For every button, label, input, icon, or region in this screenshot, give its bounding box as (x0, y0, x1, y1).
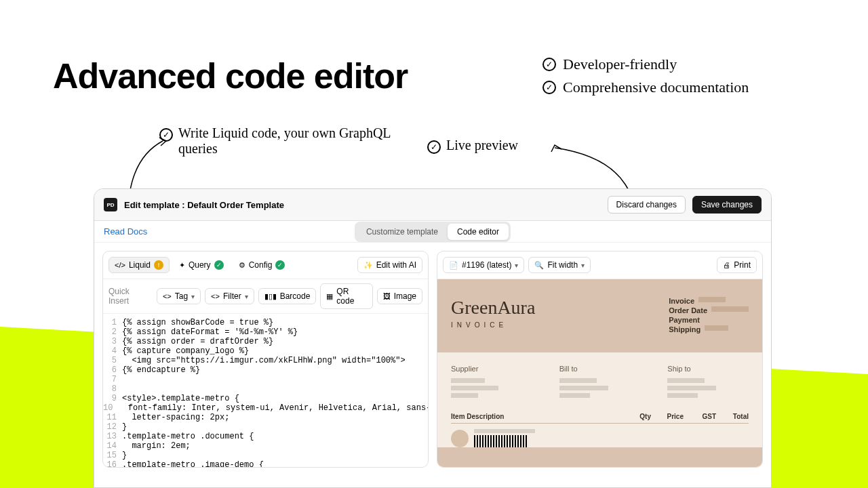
check-icon: ✓ (159, 128, 173, 142)
edit-with-ai-button[interactable]: ✨Edit with AI (357, 257, 422, 273)
query-tab[interactable]: ✦Query✓ (174, 258, 229, 272)
shipto-column: Ship to (667, 365, 749, 401)
items-table: Item Description Qty Price GST Total (437, 413, 762, 447)
brand-subtitle: INVOICE (451, 321, 535, 329)
preview-document: GreenAura INVOICE Invoice Order Date Pay… (437, 279, 762, 467)
insert-image-button[interactable]: 🖼Image (377, 288, 422, 304)
insert-qr-button[interactable]: ▦QR code (320, 283, 372, 309)
config-tab[interactable]: ⚙Config✓ (233, 258, 291, 272)
check-dot-icon: ✓ (275, 260, 285, 270)
code-icon: <> (211, 292, 220, 300)
billto-column: Bill to (559, 365, 641, 401)
code-icon: <> (163, 292, 172, 300)
product-image (451, 430, 469, 447)
quick-insert-label: Quick Insert (108, 287, 150, 306)
titlebar: PD Edit template : Default Order Templat… (94, 189, 771, 221)
tabbar: Read Docs Customize template Code editor (94, 221, 771, 243)
check-dot-icon: ✓ (214, 260, 224, 270)
editor-pane: </>Liquid! ✦Query✓ ⚙Config✓ ✨Edit with A… (102, 251, 429, 468)
qr-icon: ▦ (326, 292, 333, 301)
discard-button[interactable]: Discard changes (608, 196, 686, 214)
insert-tag-button[interactable]: <>Tag▾ (157, 288, 201, 304)
view-segmented-control: Customize template Code editor (355, 222, 511, 242)
print-icon: 🖨 (723, 261, 730, 269)
page-heading: Advanced code editor (53, 56, 408, 96)
annotation-liquid: ✓ Write Liquid code, your own GraphQL qu… (159, 125, 417, 157)
insert-filter-button[interactable]: <>Filter▾ (205, 288, 254, 304)
config-icon: ⚙ (239, 261, 245, 270)
tab-customize[interactable]: Customize template (357, 224, 448, 240)
app-window: PD Edit template : Default Order Templat… (94, 188, 772, 488)
barcode-icon: ▮▯▮ (264, 292, 277, 301)
chevron-down-icon: ▾ (191, 293, 195, 300)
sparkle-icon: ✦ (179, 261, 185, 270)
chevron-down-icon: ▾ (245, 293, 248, 300)
image-icon: 🖼 (383, 292, 391, 300)
invoice-meta: Invoice Order Date Payment Shipping (669, 297, 749, 335)
insert-barcode-button[interactable]: ▮▯▮Barcode (258, 288, 317, 304)
window-title: Edit template : Default Order Template (124, 200, 601, 210)
check-icon: ✓ (427, 140, 441, 154)
wand-icon: ✨ (363, 261, 373, 270)
check-icon: ✓ (542, 58, 556, 71)
chevron-down-icon: ▾ (515, 262, 518, 269)
tab-code-editor[interactable]: Code editor (448, 224, 509, 240)
table-row (451, 424, 749, 447)
liquid-tab[interactable]: </>Liquid! (108, 257, 170, 273)
app-icon: PD (104, 198, 117, 211)
feature-bullets: ✓Developer-friendly ✓Comprehensive docum… (542, 56, 749, 102)
brand-name: GreenAura (451, 297, 535, 319)
supplier-column: Supplier (451, 365, 532, 401)
save-button[interactable]: Save changes (692, 196, 762, 214)
annotation-preview: ✓ Live preview (427, 138, 518, 154)
chevron-down-icon: ▾ (581, 262, 585, 269)
code-icon: </> (115, 261, 125, 269)
barcode-icon (474, 435, 528, 447)
check-icon: ✓ (542, 81, 556, 94)
order-selector[interactable]: 📄#1196 (latest)▾ (443, 257, 524, 273)
code-editor[interactable]: 1{% assign showBarCode = true %}2{% assi… (103, 314, 428, 467)
print-button[interactable]: 🖨Print (717, 257, 757, 273)
search-icon: 🔍 (534, 261, 544, 270)
read-docs-link[interactable]: Read Docs (104, 226, 147, 237)
page-icon: 📄 (449, 261, 458, 270)
preview-pane: 📄#1196 (latest)▾ 🔍Fit width▾ 🖨Print Gree… (437, 251, 763, 468)
warning-dot-icon: ! (154, 260, 163, 270)
zoom-selector[interactable]: 🔍Fit width▾ (528, 257, 591, 273)
